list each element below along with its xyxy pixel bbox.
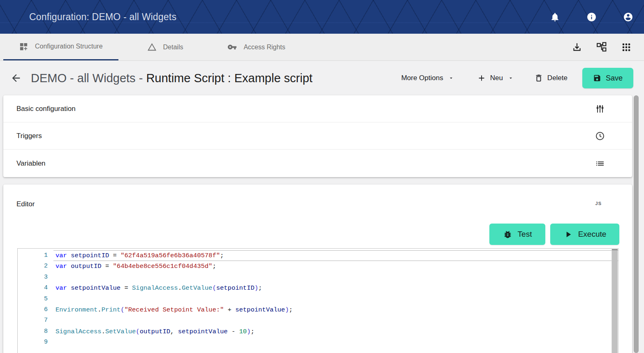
section-label: Variablen [16, 159, 46, 168]
delete-button[interactable]: Delete [534, 74, 568, 83]
tab-access-rights[interactable]: Access Rights [212, 34, 301, 60]
back-arrow-icon[interactable] [10, 72, 22, 84]
apps-grid-icon[interactable] [621, 42, 632, 53]
section-triggers[interactable]: Triggers [3, 122, 632, 150]
trash-icon [534, 74, 543, 83]
language-badge: JS [595, 201, 602, 206]
code-line[interactable] [53, 315, 618, 326]
more-options-label: More Options [401, 74, 443, 82]
editor-scrollbar[interactable] [612, 249, 618, 353]
caret-down-icon [508, 75, 514, 81]
page-scrollbar[interactable] [634, 95, 639, 353]
dashboard-customize-icon [19, 42, 28, 51]
page-title-prefix: DEMO - all Widgets - [31, 72, 146, 85]
neu-button[interactable]: Neu [477, 74, 514, 83]
app-title: Configuration: DEMO - all Widgets [29, 12, 176, 23]
line-number: 2 [18, 261, 53, 272]
key-icon [227, 42, 237, 52]
info-icon[interactable] [586, 12, 597, 22]
hierarchy-icon[interactable] [596, 42, 607, 53]
line-number: 5 [18, 294, 53, 305]
section-variablen[interactable]: Variablen [3, 150, 632, 177]
code-editor[interactable]: 123456789 var setpointID = "62f4a519a56f… [17, 248, 619, 353]
code-line[interactable]: var setpointID = "62f4a519a56fe6b36a4057… [53, 250, 618, 261]
caret-down-icon [448, 75, 454, 81]
download-icon[interactable] [572, 42, 582, 53]
plus-icon [477, 74, 486, 83]
clock-icon [595, 131, 605, 141]
tabbar-actions [572, 34, 644, 60]
header-icons [550, 12, 644, 22]
editor-card: Editor JS Test Execute 123456789 var set… [3, 185, 632, 353]
account-icon[interactable] [623, 12, 633, 22]
line-number: 8 [18, 326, 53, 337]
execute-button[interactable]: Execute [550, 224, 619, 245]
tab-label: Details [163, 44, 183, 51]
test-label: Test [518, 230, 532, 239]
tabs: Configuration Structure Details Access R… [3, 34, 314, 60]
toolbar-row: DEMO - all Widgets - Runtime Script : Ex… [0, 61, 644, 95]
play-icon [563, 230, 573, 239]
tab-label: Configuration Structure [35, 43, 103, 50]
neu-label: Neu [490, 74, 503, 82]
tab-label: Access Rights [243, 44, 285, 51]
line-number: 7 [18, 315, 53, 326]
configuration-card: Basic configuration Triggers Variablen [3, 95, 632, 177]
section-label: Triggers [16, 132, 42, 140]
execute-label: Execute [578, 230, 607, 239]
section-label: Basic configuration [16, 105, 76, 113]
toolbar-actions: More Options Neu Delete Save [401, 68, 644, 88]
page-title: DEMO - all Widgets - Runtime Script : Ex… [31, 72, 313, 85]
code-line[interactable]: var setpointValue = SignalAccess.GetValu… [53, 283, 618, 293]
list-icon [595, 159, 605, 168]
tab-configuration-structure[interactable]: Configuration Structure [3, 34, 118, 60]
bug-icon [503, 230, 512, 239]
tab-details[interactable]: Details [132, 34, 199, 60]
line-number: 1 [18, 250, 53, 261]
save-label: Save [606, 74, 623, 83]
line-number: 4 [18, 283, 53, 293]
line-number: 3 [18, 272, 53, 283]
bell-icon[interactable] [550, 12, 560, 22]
section-basic-configuration[interactable]: Basic configuration [3, 95, 632, 122]
code-line[interactable]: SignalAccess.SetValue(outputID, setpoint… [53, 326, 618, 337]
app-header: Configuration: DEMO - all Widgets [0, 0, 644, 34]
editor-gutter: 123456789 [18, 249, 53, 353]
line-number: 6 [18, 305, 53, 315]
tab-bar: Configuration Structure Details Access R… [0, 34, 644, 61]
editor-section-label: Editor [16, 200, 35, 208]
warning-triangle-icon [147, 42, 157, 52]
code-line[interactable] [53, 337, 618, 348]
code-line[interactable]: Environment.Print("Received Setpoint Val… [53, 305, 618, 315]
code-line[interactable] [53, 272, 618, 283]
editor-code[interactable]: var setpointID = "62f4a519a56fe6b36a4057… [53, 249, 618, 353]
page-title-main: Runtime Script : Example script [146, 72, 313, 85]
save-icon [593, 74, 601, 82]
code-line[interactable]: var outputID = "64b4ebe8ce556c1cf04d435d… [53, 261, 618, 272]
delete-label: Delete [547, 74, 568, 82]
sliders-icon [595, 104, 605, 114]
save-button[interactable]: Save [582, 68, 633, 88]
more-options-button[interactable]: More Options [401, 74, 454, 82]
code-line[interactable] [53, 294, 618, 305]
test-button[interactable]: Test [489, 224, 545, 245]
line-number: 9 [18, 337, 53, 348]
